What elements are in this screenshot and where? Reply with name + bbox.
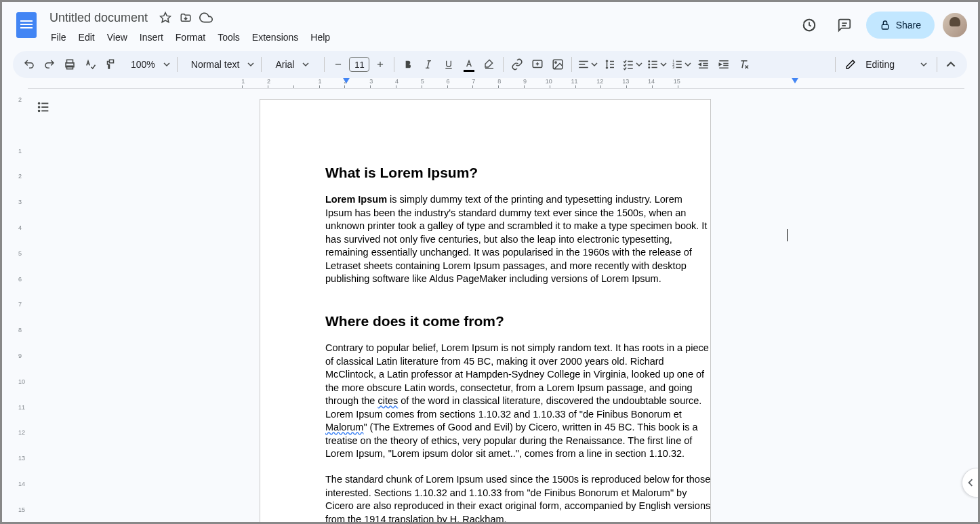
menu-extensions[interactable]: Extensions xyxy=(247,29,304,45)
menu-bar: File Edit View Insert Format Tools Exten… xyxy=(45,28,796,47)
highlight-button[interactable] xyxy=(480,55,499,74)
text-color-button[interactable] xyxy=(460,55,478,74)
lock-icon xyxy=(880,20,891,31)
svg-rect-6 xyxy=(67,66,73,69)
chevron-down-icon xyxy=(591,61,598,68)
cloud-status-icon[interactable] xyxy=(199,11,213,24)
toolbar: 100% Normal text Arial 123 Editing xyxy=(13,51,967,78)
paint-format-button[interactable] xyxy=(101,55,120,74)
font-size-input[interactable] xyxy=(349,57,369,72)
svg-point-50 xyxy=(39,106,40,108)
heading-1: What is Lorem Ipsum? xyxy=(325,165,645,181)
menu-tools[interactable]: Tools xyxy=(212,29,245,45)
insert-comment-button[interactable] xyxy=(528,55,547,74)
svg-point-48 xyxy=(39,103,40,104)
document-page[interactable]: What is Lorem Ipsum? Lorem Ipsum is simp… xyxy=(260,99,711,522)
menu-file[interactable]: File xyxy=(45,29,72,45)
paragraph-3: The standard chunk of Lorem Ipsum used s… xyxy=(325,473,712,522)
user-avatar[interactable] xyxy=(943,13,967,37)
title-block: Untitled document File Edit View Insert … xyxy=(45,7,796,47)
star-icon[interactable] xyxy=(159,11,172,24)
italic-button[interactable] xyxy=(419,55,438,74)
svg-point-30 xyxy=(649,64,650,65)
paragraph-style-dropdown[interactable]: Normal text xyxy=(182,55,258,74)
outline-toggle-button[interactable] xyxy=(33,97,54,117)
svg-marker-0 xyxy=(161,13,171,22)
svg-text:2: 2 xyxy=(673,62,675,66)
ruler-right-indent-marker[interactable] xyxy=(792,78,798,83)
increase-indent-button[interactable] xyxy=(714,55,733,74)
insert-link-button[interactable] xyxy=(508,55,527,74)
chevron-down-icon xyxy=(685,61,691,68)
history-icon[interactable] xyxy=(796,12,823,39)
paragraph-1: Lorem Ipsum is simply dummy text of the … xyxy=(325,193,712,286)
numbered-list-dropdown[interactable]: 123 xyxy=(670,55,693,74)
undo-button[interactable] xyxy=(20,55,39,74)
menu-edit[interactable]: Edit xyxy=(73,29,100,45)
horizontal-ruler[interactable] xyxy=(28,78,964,89)
menu-insert[interactable]: Insert xyxy=(134,29,169,45)
menu-help[interactable]: Help xyxy=(305,29,335,45)
zoom-value: 100% xyxy=(127,59,159,70)
zoom-dropdown[interactable]: 100% xyxy=(121,55,173,74)
bulleted-list-dropdown[interactable] xyxy=(645,55,668,74)
decrease-font-size[interactable] xyxy=(329,55,348,74)
svg-rect-14 xyxy=(533,60,543,68)
move-icon[interactable] xyxy=(179,11,192,24)
svg-text:3: 3 xyxy=(673,65,675,69)
svg-text:1: 1 xyxy=(673,59,675,63)
line-spacing-button[interactable] xyxy=(600,55,619,74)
redo-button[interactable] xyxy=(40,55,59,74)
paragraph-2: Contrary to popular belief, Lorem Ipsum … xyxy=(325,342,712,461)
document-area: What is Lorem Ipsum? Lorem Ipsum is simp… xyxy=(28,89,978,522)
print-button[interactable] xyxy=(60,55,79,74)
svg-point-28 xyxy=(649,61,650,62)
paragraph-style-value: Normal text xyxy=(187,59,244,70)
editing-mode-label: Editing xyxy=(861,59,899,70)
font-dropdown[interactable]: Arial xyxy=(266,55,320,74)
text-cursor xyxy=(787,229,788,241)
share-button[interactable]: Share xyxy=(866,12,935,39)
header: Untitled document File Edit View Insert … xyxy=(2,2,978,47)
chevron-down-icon xyxy=(302,61,309,68)
bold-button[interactable] xyxy=(399,55,417,74)
svg-line-12 xyxy=(428,61,430,68)
header-right: Share xyxy=(796,12,967,39)
svg-rect-5 xyxy=(67,60,73,63)
vertical-ruler[interactable] xyxy=(16,89,28,522)
checklist-dropdown[interactable] xyxy=(621,55,644,74)
docs-logo[interactable] xyxy=(13,12,40,39)
chevron-down-icon xyxy=(636,61,642,68)
decrease-indent-button[interactable] xyxy=(694,55,713,74)
share-label: Share xyxy=(896,20,921,31)
menu-format[interactable]: Format xyxy=(170,29,211,45)
heading-2: Where does it come from? xyxy=(325,313,645,329)
font-value: Arial xyxy=(271,59,298,70)
svg-rect-4 xyxy=(882,24,888,29)
chevron-down-icon xyxy=(163,61,170,68)
chevron-down-icon xyxy=(660,61,667,68)
svg-rect-17 xyxy=(554,60,563,69)
editing-mode-dropdown[interactable]: Editing xyxy=(840,59,933,70)
svg-point-52 xyxy=(39,110,40,112)
chevron-down-icon xyxy=(920,61,927,68)
collapse-toolbar-button[interactable] xyxy=(941,55,960,74)
insert-image-button[interactable] xyxy=(548,55,567,74)
clear-formatting-button[interactable] xyxy=(735,55,754,74)
svg-point-32 xyxy=(649,67,650,68)
ruler-left-indent-marker[interactable] xyxy=(343,78,350,83)
svg-point-1 xyxy=(803,20,815,31)
spellcheck-button[interactable] xyxy=(81,55,100,74)
align-dropdown[interactable] xyxy=(576,55,599,74)
document-title[interactable]: Untitled document xyxy=(45,9,152,26)
menu-view[interactable]: View xyxy=(102,29,133,45)
svg-point-18 xyxy=(555,62,556,63)
increase-font-size[interactable] xyxy=(371,55,390,74)
comments-icon[interactable] xyxy=(831,12,858,39)
chevron-down-icon xyxy=(247,61,254,68)
underline-button[interactable] xyxy=(439,55,458,74)
pencil-icon xyxy=(845,59,856,70)
